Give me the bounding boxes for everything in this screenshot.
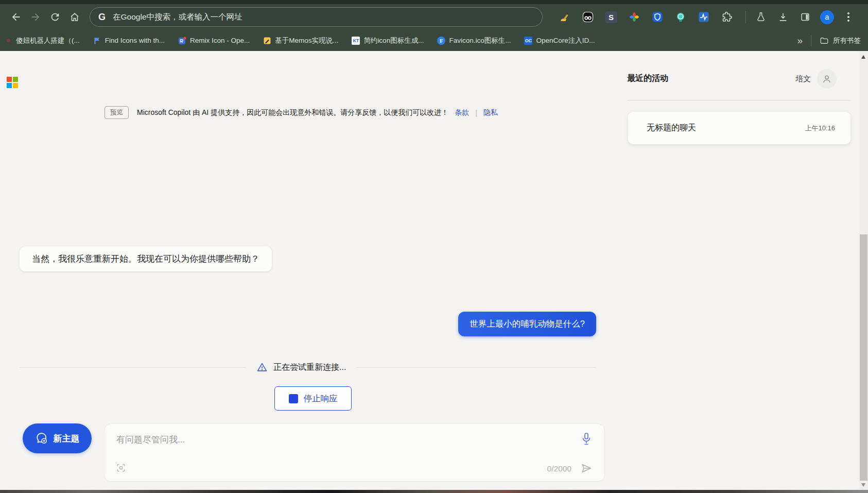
extensions-puzzle-icon[interactable] xyxy=(720,10,734,24)
desktop-wallpaper-strip xyxy=(0,490,868,493)
downloads-button[interactable] xyxy=(776,10,790,24)
scrollbar-thumb[interactable] xyxy=(860,234,867,481)
chat-item-title: 无标题的聊天 xyxy=(647,123,696,133)
user-avatar[interactable] xyxy=(817,69,837,89)
divider-line xyxy=(20,367,246,368)
new-topic-button[interactable]: 新主题 xyxy=(23,423,92,453)
pinwheel-extension-icon[interactable] xyxy=(628,10,641,24)
disclaimer-row: 预览 Microsoft Copilot 由 AI 提供支持，因此可能会出现意外… xyxy=(105,106,498,119)
kebab-icon xyxy=(847,12,849,14)
chat-item-time: 上午10:16 xyxy=(805,124,835,133)
terms-link[interactable]: 条款 xyxy=(455,108,469,117)
memos-favicon xyxy=(263,37,271,45)
pulse-extension-icon[interactable] xyxy=(697,10,710,24)
scrollbar-up-arrow-icon[interactable] xyxy=(861,55,865,59)
preview-badge: 预览 xyxy=(105,106,129,119)
favicon-f: F xyxy=(437,37,445,45)
bookmarks-bar: 傻妞机器人搭建（(... Find Icons with th... Remix… xyxy=(0,30,868,51)
bot-message-bubble: 当然，我很乐意重新开始。我现在可以为你提供哪些帮助？ xyxy=(20,246,272,271)
bookmark-item[interactable]: KT 简约icon图标生成... xyxy=(352,36,424,45)
extensions-row: S xyxy=(558,10,734,24)
flag-favicon xyxy=(93,37,101,45)
flask-icon xyxy=(755,11,767,23)
toolbar-actions xyxy=(754,10,812,24)
side-panel-icon xyxy=(800,11,811,23)
reload-button[interactable] xyxy=(45,7,65,27)
home-button[interactable] xyxy=(65,7,84,27)
chat-plus-icon xyxy=(35,432,48,445)
bookmarks-overflow-button[interactable]: » xyxy=(797,35,803,46)
s-extension-icon[interactable]: S xyxy=(604,10,618,24)
sidebar-divider xyxy=(627,100,850,100)
user-account-chip[interactable]: 培文 xyxy=(795,69,837,89)
character-counter: 0/2000 xyxy=(547,464,571,473)
side-panel-button[interactable] xyxy=(798,10,812,24)
send-icon[interactable] xyxy=(580,462,593,474)
kt-favicon: KT xyxy=(352,37,360,45)
privacy-link[interactable]: 隐私 xyxy=(483,108,498,117)
bookmark-item[interactable]: 傻妞机器人搭建（(... xyxy=(4,36,80,45)
labs-flask-button[interactable] xyxy=(754,10,768,24)
bookmark-item[interactable]: Remix Icon - Ope... xyxy=(178,37,250,45)
orb-extension-icon[interactable] xyxy=(674,10,687,24)
bookmark-item[interactable]: F Favicon.ico图标生... xyxy=(437,36,511,45)
folder-icon xyxy=(820,36,829,45)
person-icon xyxy=(821,73,832,84)
back-button[interactable] xyxy=(6,7,26,27)
back-icon xyxy=(10,11,22,23)
copilot-page: 预览 Microsoft Copilot 由 AI 提供支持，因此可能会出现意外… xyxy=(0,51,868,493)
browser-window: G S xyxy=(0,0,868,493)
microphone-icon[interactable] xyxy=(580,432,593,446)
goggles-extension-icon[interactable] xyxy=(581,10,595,24)
home-icon xyxy=(69,11,80,23)
bookmark-favicon xyxy=(4,37,12,45)
writing-hand-extension-icon[interactable] xyxy=(558,10,571,24)
bookmarks-separator xyxy=(811,35,811,46)
disclaimer-text: Microsoft Copilot 由 AI 提供支持，因此可能会出现意外和错误… xyxy=(137,108,448,117)
chat-input[interactable] xyxy=(116,431,539,449)
browser-menu-button[interactable] xyxy=(843,10,854,24)
reload-icon xyxy=(49,11,61,23)
screenshot-capture-icon[interactable] xyxy=(116,463,126,473)
bookmark-item[interactable]: Find Icons with th... xyxy=(93,37,165,45)
bookmark-item[interactable]: OC OpenCore注入ID... xyxy=(524,36,595,45)
scrollbar-down-arrow-icon[interactable] xyxy=(861,483,865,487)
warning-icon xyxy=(256,362,268,373)
link-separator: | xyxy=(475,109,477,117)
user-message-bubble: 世界上最小的哺乳动物是什么? xyxy=(458,312,596,336)
window-frame xyxy=(0,0,868,4)
address-input[interactable] xyxy=(113,12,534,22)
bookmark-item[interactable]: 基于Memos实现说... xyxy=(263,36,338,45)
recent-activity-title: 最近的活动 xyxy=(627,73,668,84)
address-bar[interactable]: G xyxy=(90,7,543,27)
shield-extension-icon[interactable] xyxy=(651,10,664,24)
recent-chat-item[interactable]: 无标题的聊天 上午10:16 xyxy=(628,112,850,144)
divider-line xyxy=(356,367,596,368)
stop-responding-button[interactable]: 停止响应 xyxy=(274,386,352,411)
forward-icon xyxy=(30,11,41,23)
forward-button[interactable] xyxy=(26,7,45,27)
reconnect-status-text: 正在尝试重新连接... xyxy=(273,362,346,373)
profile-avatar[interactable]: a xyxy=(820,10,834,24)
remix-favicon xyxy=(178,37,186,45)
all-bookmarks-button[interactable]: 所有书签 xyxy=(820,36,861,45)
browser-toolbar: G S xyxy=(0,4,868,30)
toolbar-separator xyxy=(745,11,746,23)
stop-icon xyxy=(289,394,298,403)
google-icon: G xyxy=(98,12,106,23)
user-name: 培文 xyxy=(795,74,811,84)
opencore-favicon: OC xyxy=(524,37,532,45)
download-icon xyxy=(777,11,789,23)
chat-input-box[interactable]: 0/2000 xyxy=(104,423,605,482)
microsoft-logo xyxy=(7,77,18,88)
page-scrollbar[interactable] xyxy=(859,51,868,490)
reconnect-status-row: 正在尝试重新连接... xyxy=(20,361,596,373)
